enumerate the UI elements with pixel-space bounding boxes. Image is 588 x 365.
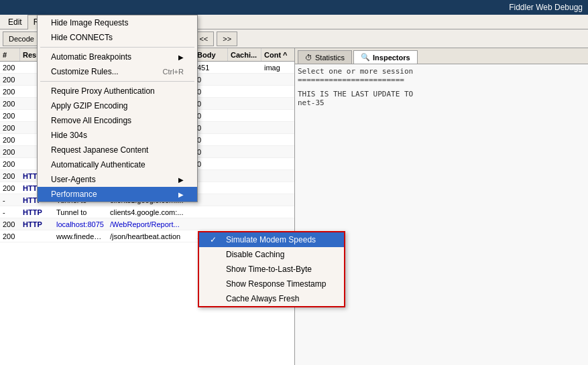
- right-panel: ⏱ Statistics 🔍 Inspectors Select one or …: [295, 48, 588, 365]
- right-message: THIS IS THE LAST UPDATE TO: [298, 90, 585, 98]
- rules-item-remove-encodings[interactable]: Remove All Encodings: [38, 113, 197, 128]
- cell-cont: imag: [261, 64, 294, 72]
- table-row-localhost[interactable]: 200 HTTP localhost:8075 /WebReport/Repor…: [0, 218, 294, 230]
- title-text: Fiddler Web Debugg: [509, 3, 583, 12]
- statistics-icon: ⏱: [305, 54, 312, 62]
- submenu-item-cache-fresh[interactable]: Cache Always Fresh: [199, 291, 344, 306]
- decode-button[interactable]: Decode: [3, 31, 40, 46]
- col-cont: Cont ^: [261, 48, 295, 61]
- customize-rules-shortcut: Ctrl+R: [163, 68, 184, 76]
- right-tabs: ⏱ Statistics 🔍 Inspectors: [295, 48, 588, 64]
- rules-item-auto-breakpoints[interactable]: Automatic Breakpoints: [38, 50, 197, 64]
- cell-body: 0: [194, 76, 228, 84]
- submenu-item-simulate-modem[interactable]: ✓ Simulate Modem Speeds: [199, 232, 344, 247]
- tab-inspectors[interactable]: 🔍 Inspectors: [353, 50, 418, 64]
- rules-item-hide-image[interactable]: Hide Image Requests: [38, 15, 197, 30]
- cell-body: 451: [194, 64, 228, 72]
- right-hint: Select one or more session: [298, 67, 585, 76]
- rules-separator-2: [40, 81, 194, 82]
- rules-item-user-agents[interactable]: User-Agents: [38, 172, 197, 187]
- submenu-item-disable-caching[interactable]: Disable Caching: [199, 247, 344, 262]
- col-cache: Cachi...: [228, 48, 261, 61]
- title-bar: Fiddler Web Debugg: [0, 0, 588, 15]
- performance-submenu: ✓ Simulate Modem Speeds Disable Caching …: [198, 231, 345, 307]
- cell-num: 200: [0, 76, 20, 84]
- inspectors-icon: 🔍: [361, 53, 370, 62]
- rules-item-request-japanese[interactable]: Request Japanese Content: [38, 143, 197, 157]
- right-divider: ========================: [298, 76, 585, 84]
- rules-separator-1: [40, 47, 194, 48]
- cell-num: 200: [0, 64, 20, 72]
- rules-item-apply-gzip[interactable]: Apply GZIP Encoding: [38, 98, 197, 113]
- cell-num: 200: [0, 88, 20, 96]
- check-icon: ✓: [210, 235, 221, 244]
- right-detail: net-35: [298, 98, 585, 107]
- col-body: Body: [194, 48, 228, 61]
- menu-edit[interactable]: Edit: [3, 15, 27, 29]
- rules-item-hide-connects[interactable]: Hide CONNECTs: [38, 30, 197, 45]
- rules-item-auto-auth[interactable]: Automatically Authenticate: [38, 157, 197, 172]
- rules-item-hide-304[interactable]: Hide 304s: [38, 128, 197, 143]
- submenu-item-show-response-ts[interactable]: Show Response Timestamp: [199, 277, 344, 291]
- table-row[interactable]: - HTTP Tunnel to clients4.google.com:...: [0, 206, 294, 218]
- rules-item-require-proxy[interactable]: Require Proxy Authentication: [38, 84, 197, 98]
- submenu-item-show-ttlb[interactable]: Show Time-to-Last-Byte: [199, 262, 344, 277]
- rules-item-performance[interactable]: Performance: [38, 187, 197, 202]
- rules-dropdown: Hide Image Requests Hide CONNECTs Automa…: [37, 15, 198, 202]
- nav-forward-button[interactable]: >>: [217, 31, 237, 46]
- col-num: #: [0, 48, 20, 61]
- rules-item-customize-rules[interactable]: Customize Rules... Ctrl+R: [38, 64, 197, 79]
- tab-statistics[interactable]: ⏱ Statistics: [298, 50, 352, 64]
- right-panel-content: Select one or more session =============…: [295, 64, 588, 365]
